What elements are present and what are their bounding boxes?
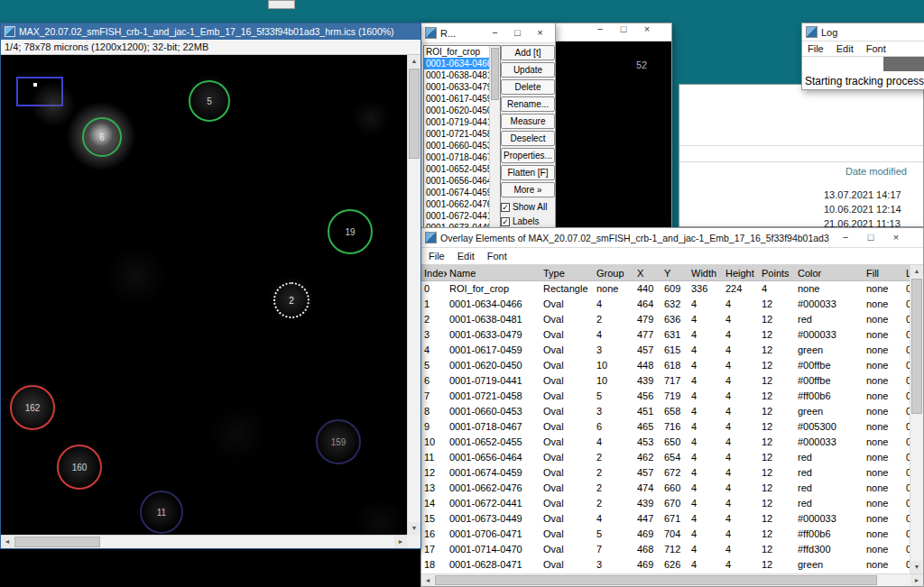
table-row[interactable]: 100001-0652-0455Oval44536504412#000033no… (421, 435, 923, 450)
scrollbar-thumb[interactable] (911, 279, 922, 414)
roi-overlay[interactable]: 19 (328, 209, 373, 254)
roi-manager-button[interactable]: Rename... (501, 96, 555, 112)
roi-list-item[interactable]: 0001-0719-0441 (424, 116, 489, 128)
roi-list-item[interactable]: 0001-0672-0441 (424, 210, 489, 222)
table-row[interactable]: 110001-0656-0464Oval24626544412rednone0 (421, 450, 923, 465)
horizontal-scrollbar[interactable]: ◄ ► (421, 573, 923, 586)
minimize-icon[interactable]: − (484, 23, 506, 42)
titlebar[interactable]: R... − □ × (421, 23, 555, 43)
menu-edit[interactable]: Edit (457, 251, 475, 261)
roi-list-item[interactable]: ROI_for_crop (424, 46, 489, 58)
roi-list-item[interactable]: 0001-0638-0481 (424, 69, 489, 81)
roi-list-item[interactable]: 0001-0633-0479 (424, 81, 489, 93)
checkbox-row[interactable]: ✓Show All (501, 202, 555, 212)
titlebar[interactable]: Log (802, 23, 924, 41)
checkbox[interactable]: ✓ (501, 217, 510, 226)
titlebar[interactable]: MAX_20.07.02_smFISH_crb-1_and_jac-1_Emb_… (1, 23, 420, 40)
roi-manager-button[interactable]: Update (501, 62, 555, 78)
roi-list-item[interactable]: 0001-0652-0455 (424, 163, 489, 175)
scroll-up-icon[interactable]: ▲ (910, 265, 923, 278)
checkbox-row[interactable]: ✓Labels (501, 216, 555, 226)
image-canvas[interactable]: 5619216216015911 (1, 55, 407, 535)
table-row[interactable]: 10001-0634-0466Oval44646324412#000033non… (421, 297, 923, 312)
overlay-elements-window[interactable]: Overlay Elements of MAX_20.07.02_smFISH_… (420, 227, 924, 587)
titlebar[interactable]: Overlay Elements of MAX_20.07.02_smFISH_… (421, 228, 923, 248)
column-header[interactable]: Width (688, 265, 723, 280)
roi-list-item[interactable]: 0001-0620-0450 (424, 105, 489, 116)
table-row[interactable]: 170001-0714-0470Oval74687124412#ffd300no… (421, 542, 923, 557)
menu-edit[interactable]: Edit (836, 43, 854, 54)
column-header[interactable]: Name (447, 265, 541, 280)
minimize-icon[interactable]: − (833, 228, 858, 247)
roi-overlay[interactable]: 6 (82, 117, 122, 157)
roi-manager-button[interactable]: Deselect (501, 131, 555, 146)
roi-list-item[interactable]: 0001-0718-0467 (424, 151, 489, 163)
scroll-right-icon[interactable]: ► (910, 574, 923, 586)
roi-manager-button[interactable]: More » (501, 182, 555, 197)
menu-file[interactable]: File (808, 43, 824, 54)
roi-list-item[interactable]: 0001-0660-0453 (424, 140, 489, 151)
table-row[interactable]: 180001-0628-0471Oval34696264412greennone… (421, 557, 923, 573)
menu-file[interactable]: File (429, 251, 445, 261)
table-row[interactable]: 40001-0617-0459Oval34576154412greennone0 (421, 343, 923, 358)
column-header[interactable]: X (634, 265, 661, 280)
scroll-down-icon[interactable]: ▼ (408, 522, 420, 535)
roi-list-item[interactable]: 0001-0656-0464 (424, 175, 489, 187)
roi-manager-button[interactable]: Add [t] (501, 45, 555, 60)
scroll-up-icon[interactable]: ▲ (408, 55, 420, 68)
table-row[interactable]: 140001-0672-0441Oval24396704412rednone0 (421, 496, 923, 511)
table-row[interactable]: 20001-0638-0481Oval24796364412rednone0 (421, 312, 923, 327)
roi-overlay[interactable]: 162 (10, 385, 55, 430)
column-header[interactable]: Height (723, 265, 759, 280)
column-header[interactable]: Type (541, 265, 594, 280)
table-row[interactable]: 70001-0721-0458Oval54567194412#ff00b6non… (421, 389, 923, 404)
close-icon[interactable]: × (529, 23, 551, 42)
close-icon[interactable]: × (635, 23, 659, 41)
log-content[interactable]: Starting tracking process. (802, 57, 924, 89)
roi-list-item[interactable]: 0001-0634-0466 (424, 58, 489, 69)
scroll-right-icon[interactable]: ► (394, 536, 407, 548)
close-icon[interactable]: × (883, 228, 909, 247)
table-row[interactable]: 80001-0660-0453Oval34516584412greennone0 (421, 404, 923, 419)
roi-overlay[interactable]: 160 (57, 445, 102, 490)
main-image-window[interactable]: MAX_20.07.02_smFISH_crb-1_and_jac-1_Emb_… (0, 23, 421, 549)
column-header[interactable]: Group (594, 265, 634, 280)
roi-overlay[interactable]: 11 (140, 491, 183, 534)
column-header-date-modified[interactable]: Date modified (845, 166, 907, 177)
roi-manager-button[interactable]: Properties... (501, 148, 555, 163)
column-header[interactable]: Fill (864, 265, 903, 280)
menu-font[interactable]: Font (866, 43, 886, 54)
vertical-scrollbar[interactable]: ▲ ▼ (910, 265, 923, 573)
column-header[interactable]: Index (421, 265, 447, 280)
column-header[interactable]: Color (795, 265, 864, 280)
roi-manager-button[interactable]: Measure (501, 114, 555, 129)
roi-list-item[interactable]: 0001-0662-0476 (424, 198, 489, 210)
scroll-down-icon[interactable]: ▼ (910, 561, 923, 573)
menu-font[interactable]: Font (487, 251, 507, 261)
table-row[interactable]: 160001-0706-0471Oval54697044412#ff00b6no… (421, 527, 923, 542)
roi-list-item[interactable]: 0001-0721-0458 (424, 128, 489, 140)
table-row[interactable]: 60001-0719-0441Oval104397174412#00ffbeno… (421, 373, 923, 389)
column-header[interactable]: Y (661, 265, 688, 280)
roi-list-item[interactable]: 0001-0617-0459 (424, 93, 489, 105)
checkbox[interactable]: ✓ (501, 203, 510, 212)
scroll-left-icon[interactable]: ◄ (1, 536, 14, 548)
scroll-left-icon[interactable]: ◄ (421, 574, 434, 586)
roi-list-item[interactable]: 0001-0674-0459 (424, 187, 489, 198)
scrollbar-thumb[interactable] (435, 575, 877, 585)
table-row[interactable]: 50001-0620-0450Oval104486184412#00ffbeno… (421, 358, 923, 373)
roi-overlay[interactable]: 2 (273, 282, 310, 318)
roi-manager-window[interactable]: R... − □ × ROI_for_crop0001-0634-0466000… (420, 23, 556, 230)
column-header[interactable]: Points (759, 265, 795, 280)
vertical-scrollbar[interactable]: ▲ ▼ (407, 55, 420, 535)
table-row[interactable]: 130001-0662-0476Oval24746604412rednone0 (421, 481, 923, 496)
roi-manager-button[interactable]: Delete (501, 79, 555, 95)
maximize-icon[interactable]: □ (612, 23, 635, 41)
roi-overlay[interactable]: 159 (316, 419, 361, 464)
table-row[interactable]: 120001-0674-0459Oval24576724412rednone0 (421, 465, 923, 481)
minimize-icon[interactable]: − (588, 23, 612, 41)
table-row[interactable]: 90001-0718-0467Oval64657164412#005300non… (421, 419, 923, 435)
scrollbar-thumb[interactable] (491, 48, 499, 100)
scrollbar-thumb[interactable] (14, 537, 100, 547)
roi-manager-button[interactable]: Flatten [F] (501, 165, 555, 180)
